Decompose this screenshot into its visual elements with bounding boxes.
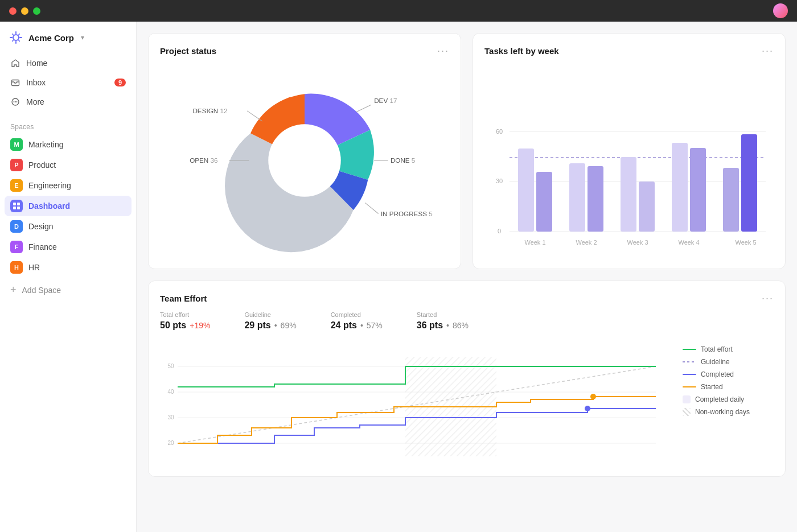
add-space-button[interactable]: + Add Space bbox=[5, 280, 132, 300]
legend-completed-label: Completed bbox=[701, 370, 734, 378]
tasks-title: Tasks left by week bbox=[484, 46, 559, 56]
inbox-label: Inbox bbox=[26, 78, 46, 87]
svg-text:0: 0 bbox=[498, 228, 501, 234]
chevron-down-icon: ▾ bbox=[81, 34, 84, 42]
sidebar-item-product[interactable]: P Product bbox=[5, 155, 132, 175]
dashboard-avatar bbox=[10, 200, 23, 212]
stat-guideline-value: 29 pts • 69% bbox=[244, 320, 296, 331]
svg-text:30: 30 bbox=[167, 414, 174, 420]
hr-avatar: H bbox=[10, 261, 23, 274]
legend-guideline: Guideline bbox=[683, 358, 774, 366]
svg-point-5 bbox=[17, 101, 18, 102]
project-status-header: Project status ··· bbox=[160, 45, 449, 57]
bar-w5-dark bbox=[741, 134, 757, 232]
minimize-button[interactable] bbox=[21, 7, 28, 15]
svg-text:DONE 5: DONE 5 bbox=[391, 156, 415, 164]
legend-guideline-label: Guideline bbox=[701, 358, 730, 366]
bar-w2-light bbox=[569, 163, 585, 232]
team-effort-header: Team Effort ··· bbox=[160, 292, 774, 304]
marketing-label: Marketing bbox=[28, 140, 63, 149]
sidebar-item-design[interactable]: D Design bbox=[5, 216, 132, 237]
user-avatar[interactable] bbox=[773, 3, 788, 18]
bar-w2-dark bbox=[588, 166, 603, 232]
tasks-by-week-card: Tasks left by week ··· 0 30 60 bbox=[473, 33, 786, 269]
svg-point-10 bbox=[268, 124, 341, 197]
bar-w3-dark bbox=[639, 182, 655, 232]
spaces-list: M Marketing P Product E Engineering Dash… bbox=[0, 134, 136, 278]
started-dot bbox=[590, 394, 596, 399]
finance-avatar: F bbox=[10, 241, 23, 253]
svg-text:Week 5: Week 5 bbox=[735, 239, 756, 246]
bar-w1-dark bbox=[536, 172, 552, 232]
design-avatar: D bbox=[10, 220, 23, 233]
svg-point-4 bbox=[15, 101, 16, 102]
line-chart: 20 30 40 50 bbox=[160, 340, 673, 465]
bar-w3-light bbox=[621, 157, 636, 232]
spaces-section-label: Spaces bbox=[0, 116, 136, 134]
stat-total-value: 50 pts +19% bbox=[160, 320, 210, 331]
inbox-badge: 9 bbox=[114, 79, 126, 86]
hr-label: HR bbox=[28, 263, 40, 272]
svg-line-15 bbox=[365, 203, 378, 213]
home-label: Home bbox=[26, 59, 47, 68]
bar-w1-light bbox=[518, 149, 534, 232]
legend-completed-line bbox=[683, 374, 696, 375]
svg-text:Week 4: Week 4 bbox=[678, 239, 699, 246]
svg-point-0 bbox=[13, 35, 19, 40]
sidebar-item-inbox[interactable]: Inbox 9 bbox=[5, 73, 132, 92]
marketing-avatar: M bbox=[10, 138, 23, 151]
project-status-title: Project status bbox=[160, 46, 216, 56]
sidebar-item-engineering[interactable]: E Engineering bbox=[5, 175, 132, 196]
maximize-button[interactable] bbox=[33, 7, 40, 15]
stat-completed: Completed 24 pts • 57% bbox=[331, 311, 383, 331]
stat-guideline-label: Guideline bbox=[244, 311, 296, 318]
company-header[interactable]: Acme Corp ▾ bbox=[0, 22, 136, 49]
sidebar-item-finance[interactable]: F Finance bbox=[5, 237, 132, 257]
app-body: Acme Corp ▾ Home Inbox 9 More bbox=[0, 22, 797, 532]
legend-total-effort-label: Total effort bbox=[701, 345, 733, 353]
legend-started-line bbox=[683, 386, 696, 387]
pie-chart-container: DEV 17 DONE 5 IN PROGRESS 5 OPEN 36 DESI… bbox=[160, 64, 449, 257]
team-effort-menu[interactable]: ··· bbox=[762, 292, 774, 304]
product-avatar: P bbox=[10, 159, 23, 171]
sidebar-item-more[interactable]: More bbox=[5, 92, 132, 112]
svg-text:Week 1: Week 1 bbox=[524, 239, 545, 246]
svg-text:50: 50 bbox=[167, 363, 174, 369]
line-chart-area: 20 30 40 50 bbox=[160, 340, 774, 465]
sidebar-item-hr[interactable]: H HR bbox=[5, 257, 132, 278]
pie-chart: DEV 17 DONE 5 IN PROGRESS 5 OPEN 36 DESI… bbox=[160, 64, 449, 257]
completed-dot bbox=[585, 406, 590, 411]
svg-text:60: 60 bbox=[496, 128, 503, 135]
engineering-label: Engineering bbox=[28, 181, 71, 190]
project-status-card: Project status ··· bbox=[148, 33, 461, 269]
legend-non-working: Non-working days bbox=[683, 408, 774, 416]
svg-text:Week 3: Week 3 bbox=[627, 239, 648, 246]
stat-started-label: Started bbox=[417, 311, 469, 318]
sidebar-item-dashboard[interactable]: Dashboard bbox=[5, 196, 132, 216]
top-row: Project status ··· bbox=[148, 33, 786, 269]
plus-icon: + bbox=[10, 284, 17, 296]
bar-chart: 0 30 60 bbox=[484, 64, 774, 257]
team-effort-title: Team Effort bbox=[160, 294, 207, 303]
legend-non-working-box bbox=[683, 408, 691, 416]
svg-text:OPEN 36: OPEN 36 bbox=[190, 156, 217, 164]
sidebar-item-marketing[interactable]: M Marketing bbox=[5, 134, 132, 155]
svg-rect-8 bbox=[13, 207, 16, 209]
dashboard-label: Dashboard bbox=[28, 201, 70, 211]
svg-text:20: 20 bbox=[167, 440, 174, 446]
svg-text:40: 40 bbox=[167, 389, 174, 395]
project-status-menu[interactable]: ··· bbox=[437, 45, 449, 57]
traffic-lights bbox=[9, 7, 40, 15]
titlebar bbox=[0, 0, 797, 22]
svg-text:DESIGN 12: DESIGN 12 bbox=[192, 107, 227, 114]
sidebar-item-home[interactable]: Home bbox=[5, 53, 132, 73]
close-button[interactable] bbox=[9, 7, 17, 15]
tasks-menu[interactable]: ··· bbox=[762, 45, 774, 57]
legend-non-working-label: Non-working days bbox=[695, 408, 750, 416]
legend-completed: Completed bbox=[683, 370, 774, 378]
sidebar-nav: Home Inbox 9 More bbox=[0, 49, 136, 116]
stat-total-label: Total effort bbox=[160, 311, 210, 318]
stat-total-effort: Total effort 50 pts +19% bbox=[160, 311, 210, 331]
svg-text:IN PROGRESS 5: IN PROGRESS 5 bbox=[381, 210, 433, 217]
team-effort-svg: 20 30 40 50 bbox=[160, 340, 673, 465]
